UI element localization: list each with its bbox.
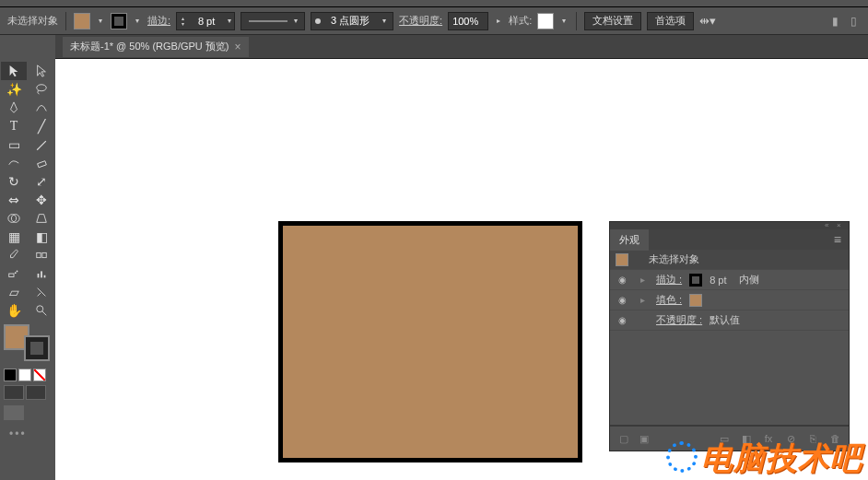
opacity-label[interactable]: 不透明度:: [399, 14, 442, 28]
delete-item-icon[interactable]: 🗑: [827, 430, 843, 447]
edit-toolbar-icon[interactable]: •••: [0, 424, 55, 444]
stroke-weight-dropdown-icon[interactable]: ▾: [225, 17, 234, 26]
appearance-fill-row[interactable]: ◉ ▸ 填色 :: [610, 290, 849, 310]
curvature-tool-icon[interactable]: [29, 99, 54, 117]
symbol-sprayer-tool-icon[interactable]: [1, 264, 27, 283]
stroke-dropdown-icon[interactable]: ▾: [133, 17, 142, 26]
shape-builder-tool-icon[interactable]: [1, 209, 27, 228]
profile-dropdown[interactable]: ▾: [240, 12, 305, 30]
zoom-tool-icon[interactable]: [29, 301, 54, 320]
svg-rect-10: [41, 271, 42, 277]
appearance-tab[interactable]: 外观: [610, 229, 649, 251]
visibility-toggle-icon[interactable]: ◉: [616, 295, 628, 305]
appearance-stroke-row[interactable]: ◉ ▸ 描边 : 8 pt 内侧: [610, 270, 849, 290]
toolbox: ✨ T╱ ▭ ↻⤢ ⇔✥ ▦◧ ▱ ✋ •••: [0, 35, 55, 480]
paintbrush-tool-icon[interactable]: [29, 135, 54, 154]
magic-wand-tool-icon[interactable]: ✨: [1, 80, 27, 99]
appearance-opacity-row[interactable]: ◉ 不透明度 : 默认值: [610, 310, 849, 331]
document-tab[interactable]: 未标题-1* @ 50% (RGB/GPU 预览) ×: [63, 37, 249, 57]
direct-selection-tool-icon[interactable]: [29, 62, 54, 80]
gradient-tool-icon[interactable]: ◧: [29, 228, 54, 246]
align-icon[interactable]: ⇹▾: [699, 14, 716, 28]
stroke-weight-input[interactable]: [188, 16, 225, 27]
column-graph-tool-icon[interactable]: [29, 264, 54, 283]
visibility-spacer: ◉: [616, 315, 628, 325]
add-stroke-icon[interactable]: ▭: [716, 430, 733, 447]
line-tool-icon[interactable]: ╱: [29, 117, 54, 135]
add-fill-icon[interactable]: ◧: [738, 430, 755, 447]
fill-color-swatch[interactable]: [689, 294, 702, 307]
eyedropper-tool-icon[interactable]: [1, 246, 27, 264]
style-swatch[interactable]: [537, 13, 554, 29]
add-effect-icon[interactable]: fx: [760, 430, 777, 447]
width-tool-icon[interactable]: ⇔: [1, 191, 27, 209]
document-setup-button[interactable]: 文档设置: [584, 12, 641, 30]
draw-normal-icon[interactable]: [4, 385, 24, 400]
tab-close-icon[interactable]: ×: [235, 41, 241, 53]
panel-close-icon[interactable]: ×: [837, 223, 846, 228]
panel-toggle-icon-2[interactable]: ▯: [846, 14, 861, 29]
clear-appearance-icon[interactable]: ⊘: [782, 430, 799, 447]
duplicate-item-icon[interactable]: ⎘: [804, 430, 821, 447]
eraser-tool-icon[interactable]: [29, 154, 54, 172]
canvas-rectangle-object[interactable]: [278, 221, 582, 462]
stroke-box[interactable]: [24, 335, 50, 361]
fill-prop-label[interactable]: 填色 :: [656, 293, 682, 307]
color-swatch-icon[interactable]: [4, 369, 17, 381]
scale-tool-icon[interactable]: ⤢: [29, 172, 54, 191]
selection-tool-icon[interactable]: [1, 62, 27, 80]
link-col: ▸: [636, 275, 649, 285]
stroke-label[interactable]: 描边:: [147, 14, 170, 28]
fill-dropdown-icon[interactable]: ▾: [96, 17, 105, 26]
rotate-tool-icon[interactable]: ↻: [1, 172, 27, 191]
appearance-panel-footer: ▢ ▣ ▭ ◧ fx ⊘ ⎘ 🗑: [610, 425, 849, 451]
draw-mode-row: [0, 383, 55, 402]
artboard-tool-icon[interactable]: ▱: [1, 283, 27, 301]
style-dropdown-icon[interactable]: ▾: [559, 17, 569, 26]
brush-dropdown[interactable]: 3 点圆形 ▾: [311, 12, 393, 30]
svg-rect-5: [42, 252, 46, 257]
stroke-weight-value[interactable]: 8 pt: [710, 275, 726, 286]
appearance-object-row[interactable]: 未选择对象: [610, 250, 849, 270]
stroke-swatch[interactable]: [111, 13, 127, 29]
mesh-tool-icon[interactable]: ▦: [1, 228, 27, 246]
blend-tool-icon[interactable]: [29, 246, 54, 264]
preferences-button[interactable]: 首选项: [647, 12, 694, 30]
appearance-panel: « × 外观 ≡ 未选择对象 ◉ ▸ 描边 : 8 pt 内侧 ◉ ▸ 填色 :…: [609, 221, 850, 451]
draw-behind-icon[interactable]: [26, 385, 46, 400]
profile-preview-icon: [249, 20, 287, 22]
pen-tool-icon[interactable]: [1, 99, 27, 117]
style-label: 样式:: [509, 14, 532, 28]
opacity-prop-label[interactable]: 不透明度 :: [656, 313, 702, 327]
panel-collapse-icon[interactable]: «: [825, 223, 834, 228]
fill-stroke-control[interactable]: [4, 324, 50, 361]
fill-swatch[interactable]: [74, 13, 90, 29]
separator: [65, 12, 66, 30]
free-transform-tool-icon[interactable]: ✥: [29, 191, 54, 209]
document-tab-title: 未标题-1* @ 50% (RGB/GPU 预览): [70, 40, 229, 53]
stroke-weight-stepper[interactable]: ▴▾ ▾: [176, 12, 235, 30]
slice-tool-icon[interactable]: [29, 283, 54, 301]
panel-menu-icon[interactable]: ≡: [827, 232, 849, 247]
type-tool-icon[interactable]: T: [1, 117, 27, 135]
stroke-prop-label[interactable]: 描边 :: [656, 273, 682, 287]
toggle-icon[interactable]: ▢: [616, 430, 632, 447]
rectangle-tool-icon[interactable]: ▭: [1, 135, 27, 154]
app-menubar-placeholder: [0, 0, 868, 7]
toggle-icon-2[interactable]: ▣: [636, 430, 652, 447]
gradient-swatch-icon[interactable]: [18, 369, 31, 381]
opacity-input[interactable]: [448, 12, 488, 30]
stroke-color-swatch[interactable]: [689, 274, 702, 287]
shaper-tool-icon[interactable]: [1, 154, 27, 172]
perspective-tool-icon[interactable]: [29, 209, 54, 228]
panel-toggle-icon[interactable]: ▮: [827, 14, 842, 29]
lasso-tool-icon[interactable]: [29, 80, 54, 99]
visibility-toggle-icon[interactable]: ◉: [616, 275, 628, 285]
appearance-panel-body: 未选择对象 ◉ ▸ 描边 : 8 pt 内侧 ◉ ▸ 填色 : ◉ 不透明度 :…: [610, 250, 849, 425]
screen-mode-icon[interactable]: [4, 405, 24, 420]
hand-tool-icon[interactable]: ✋: [1, 301, 27, 320]
opacity-prop-value[interactable]: 默认值: [710, 313, 740, 327]
no-selection-label: 未选择对象: [7, 14, 58, 28]
none-swatch-icon[interactable]: [33, 369, 46, 381]
opacity-dropdown-icon[interactable]: ▸: [494, 17, 503, 26]
